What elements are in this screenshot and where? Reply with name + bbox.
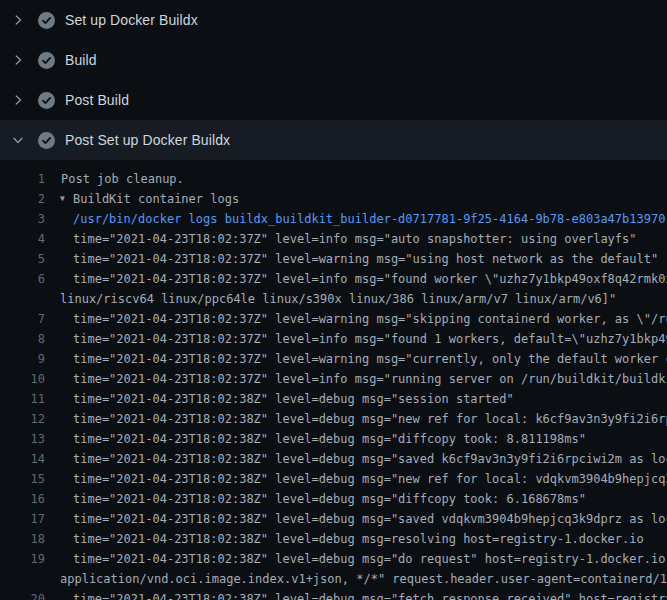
log-line[interactable]: 2 ▼ BuildKit container logs [0,189,667,209]
chevron-icon [11,53,25,67]
log-line-number[interactable]: 4 [0,229,45,249]
log-line-text: time="2021-04-23T18:02:37Z" level=warnin… [73,309,667,329]
check-circle-icon [38,92,55,109]
check-circle-icon [38,12,55,29]
actions-log-viewer: Set up Docker Buildx Build Post Buil [0,0,667,600]
log-line-text: time="2021-04-23T18:02:38Z" level=debug … [73,489,586,509]
log-line-text: time="2021-04-23T18:02:38Z" level=debug … [73,429,586,449]
log-line-text: time="2021-04-23T18:02:37Z" level=info m… [73,369,667,389]
log-line-number[interactable]: 1 [0,169,45,189]
log-line-text: time="2021-04-23T18:02:37Z" level=warnin… [73,249,658,269]
log-line-number[interactable]: 12 [0,409,45,429]
log-line: 13 time="2021-04-23T18:02:38Z" level=deb… [0,429,667,449]
log-line-number[interactable]: 6 [0,269,45,289]
group-toggle-icon[interactable]: ▼ [60,189,65,209]
log-line-text: BuildKit container logs [73,189,239,209]
log-line-number[interactable]: 18 [0,529,45,549]
log-line: 5 time="2021-04-23T18:02:37Z" level=warn… [0,249,667,269]
log-line-number[interactable]: 5 [0,249,45,269]
log-line: 18 time="2021-04-23T18:02:38Z" level=deb… [0,529,667,549]
step-label: Set up Docker Buildx [65,12,198,28]
log-line-number[interactable]: 20 [0,589,45,600]
log-line-number[interactable]: 17 [0,509,45,529]
log-line-text: /usr/bin/docker logs buildx_buildkit_bui… [73,209,665,229]
log-line: 20 time="2021-04-23T18:02:38Z" level=deb… [0,589,667,600]
log-line-number[interactable]: 3 [0,209,45,229]
log-line-text: application/vnd.oci.image.index.v1+json,… [60,569,667,589]
step-row-post-build[interactable]: Post Build [0,80,667,120]
log-line-number[interactable]: 16 [0,489,45,509]
step-label: Post Set up Docker Buildx [65,132,230,148]
log-line-number[interactable]: 7 [0,309,45,329]
log-line: application/vnd.oci.image.index.v1+json,… [0,569,667,589]
log-line-text: time="2021-04-23T18:02:38Z" level=debug … [73,409,667,429]
log-line-number[interactable]: 13 [0,429,45,449]
log-line: 8 time="2021-04-23T18:02:37Z" level=info… [0,329,667,349]
step-row-build[interactable]: Build [0,40,667,80]
log-line-number[interactable]: 8 [0,329,45,349]
log-line-text: time="2021-04-23T18:02:37Z" level=warnin… [73,349,667,369]
log-line-text: Post job cleanup. [61,169,184,189]
log-line: 11 time="2021-04-23T18:02:38Z" level=deb… [0,389,667,409]
log-line-text: time="2021-04-23T18:02:38Z" level=debug … [73,509,667,529]
chevron-icon [11,133,25,147]
log-line: 9 time="2021-04-23T18:02:37Z" level=warn… [0,349,667,369]
log-line-text: time="2021-04-23T18:02:38Z" level=debug … [73,389,514,409]
log-line: 1 Post job cleanup. [0,169,667,189]
log-line: 10 time="2021-04-23T18:02:37Z" level=inf… [0,369,667,389]
log-line-number[interactable]: 15 [0,469,45,489]
chevron-icon [11,93,25,107]
step-row-post-set-up-docker-buildx[interactable]: Post Set up Docker Buildx [0,120,667,160]
log-line-text: time="2021-04-23T18:02:38Z" level=debug … [73,449,667,469]
log-line: 15 time="2021-04-23T18:02:38Z" level=deb… [0,469,667,489]
log-line-number[interactable]: 14 [0,449,45,469]
log-line: 7 time="2021-04-23T18:02:37Z" level=warn… [0,309,667,329]
log-line: 16 time="2021-04-23T18:02:38Z" level=deb… [0,489,667,509]
log-line-number[interactable]: 19 [0,549,45,569]
log-line-text: time="2021-04-23T18:02:37Z" level=info m… [73,329,667,349]
log-line-number[interactable]: 10 [0,369,45,389]
log-line-text: time="2021-04-23T18:02:38Z" level=debug … [73,589,667,600]
log-line-text: time="2021-04-23T18:02:38Z" level=debug … [73,469,667,489]
step-list: Set up Docker Buildx Build Post Buil [0,0,667,160]
log-line: 4 time="2021-04-23T18:02:37Z" level=info… [0,229,667,249]
check-circle-icon [38,132,55,149]
log-line-number[interactable]: 2 [0,189,45,209]
log-line: 12 time="2021-04-23T18:02:38Z" level=deb… [0,409,667,429]
log-line-text: time="2021-04-23T18:02:37Z" level=info m… [73,269,667,289]
log-line: 19 time="2021-04-23T18:02:38Z" level=deb… [0,549,667,569]
log-line-text: linux/riscv64 linux/ppc64le linux/s390x … [60,289,616,309]
log-panel: 1 Post job cleanup. 2 ▼ BuildKit contain… [0,160,667,600]
check-circle-icon [38,52,55,69]
log-line: 14 time="2021-04-23T18:02:38Z" level=deb… [0,449,667,469]
log-line-text: time="2021-04-23T18:02:37Z" level=info m… [73,229,637,249]
chevron-icon [11,13,25,27]
log-line-text: time="2021-04-23T18:02:38Z" level=debug … [73,529,644,549]
log-line-number[interactable]: 9 [0,349,45,369]
step-row-set-up-docker-buildx[interactable]: Set up Docker Buildx [0,0,667,40]
log-line: 17 time="2021-04-23T18:02:38Z" level=deb… [0,509,667,529]
step-label: Build [65,52,97,68]
log-line: linux/riscv64 linux/ppc64le linux/s390x … [0,289,667,309]
log-line-text: time="2021-04-23T18:02:38Z" level=debug … [73,549,667,569]
step-label: Post Build [65,92,129,108]
log-line: 3 /usr/bin/docker logs buildx_buildkit_b… [0,209,667,229]
log-line: 6 time="2021-04-23T18:02:37Z" level=info… [0,269,667,289]
log-line-number[interactable]: 11 [0,389,45,409]
